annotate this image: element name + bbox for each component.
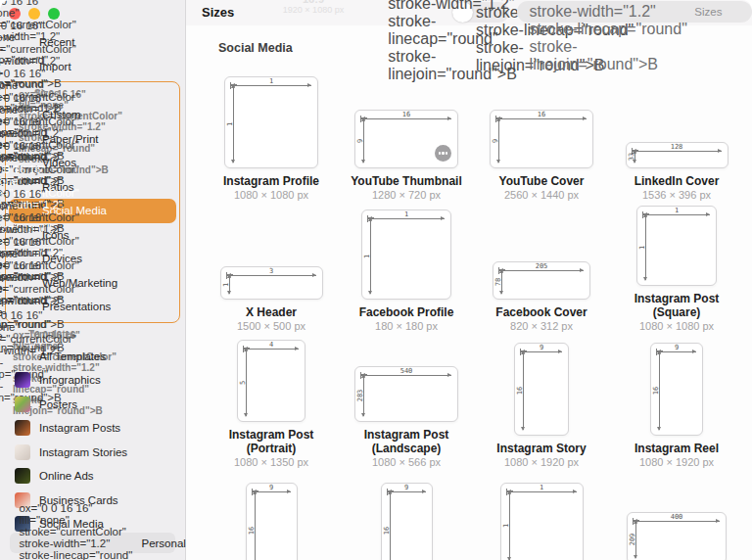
more-options-button[interactable] — [435, 145, 451, 162]
width-ratio-dimension: 1 — [507, 491, 577, 492]
template-thumbnail — [15, 397, 30, 412]
width-ratio-dimension: 4 — [244, 349, 299, 350]
size-card-title: YouTube Cover — [499, 174, 585, 188]
library-selector[interactable]: ox="0 0 16 16" fill="none" stroke="curre… — [10, 533, 175, 553]
size-card-youtube-thumbnail[interactable]: 169YouTube Thumbnail1280 × 720 px — [339, 67, 474, 202]
height-ratio-dimension: 5 — [246, 349, 247, 416]
main-content: 16:9 1920 × 1080 px Sizes ox="0 0 16 16"… — [186, 0, 752, 560]
size-card-title: Instagram Post(Square) — [634, 292, 720, 319]
ghost-size-label: 1920 × 1080 px — [255, 5, 372, 16]
size-preview-shape: 916 — [650, 343, 703, 436]
size-card-title: Instagram Profile — [223, 174, 319, 188]
size-card-instagram-profile[interactable]: 11Instagram Profile1080 × 1080 px — [204, 67, 339, 202]
template-thumbnail — [15, 372, 30, 388]
sidebar-item-instagram-posts[interactable]: Instagram Posts — [6, 416, 179, 441]
size-card-facebook-cover[interactable]: 20578Facebook Cover820 × 312 px — [474, 202, 609, 333]
width-ratio-dimension: 3 — [227, 275, 316, 276]
sizes-grid-row: 31X Header1500 × 500 px11Facebook Profil… — [204, 202, 752, 333]
width-ratio-dimension: 540 — [361, 375, 451, 376]
search-icon: ox="0 0 16 16" fill="none" stroke="curre… — [527, 0, 688, 73]
size-preview-shape: 11 — [224, 76, 318, 168]
size-card-dimensions: 1080 × 1080 px — [639, 320, 714, 333]
size-card-linkedin-cover[interactable]: 12833LinkedIn Cover1536 × 396 px — [609, 67, 744, 202]
sidebar-item-instagram-stories[interactable]: Instagram Stories — [6, 441, 179, 465]
size-card-partial[interactable]: 400209 — [609, 469, 744, 560]
width-ratio-dimension: 9 — [253, 491, 291, 492]
sidebar-item-label: Infographics — [39, 374, 101, 386]
size-card-dimensions: 2560 × 1440 px — [504, 189, 579, 202]
template-thumbnail — [15, 420, 30, 436]
size-card-title: YouTube Thumbnail — [351, 174, 462, 188]
size-card-x-header[interactable]: 31X Header1500 × 500 px — [204, 202, 339, 333]
sizes-grid: 11Instagram Profile1080 × 1080 px169YouT… — [204, 67, 752, 560]
toolbar: 16:9 1920 × 1080 px Sizes ox="0 0 16 16"… — [186, 0, 752, 25]
height-ratio-dimension: 16 — [659, 351, 660, 430]
height-ratio-dimension: 1 — [509, 491, 510, 560]
sizes-section: ox="0 0 16 16" fill="none" stroke="curre… — [5, 81, 180, 323]
height-ratio-dimension: 1 — [645, 214, 646, 280]
size-preview-shape: 916 — [246, 483, 298, 560]
height-ratio-dimension: 16 — [390, 491, 391, 560]
width-ratio-dimension: 205 — [499, 270, 584, 271]
size-card-instagram-post-square[interactable]: 11Instagram Post(Square)1080 × 1080 px — [609, 202, 744, 333]
sidebar-item-label: Posters — [39, 398, 77, 410]
size-preview-shape: 169 — [490, 110, 593, 168]
search-input[interactable] — [694, 6, 752, 18]
width-ratio-dimension: 9 — [657, 351, 696, 352]
size-preview-shape: 11 — [636, 206, 717, 286]
sidebar: ox="0 0 16 16" fill="none" stroke="curre… — [0, 0, 186, 560]
sizes-grid-row: 11Instagram Profile1080 × 1080 px169YouT… — [204, 67, 752, 202]
size-card-title: Facebook Profile — [359, 305, 454, 319]
height-ratio-dimension: 78 — [501, 270, 502, 294]
width-ratio-dimension: 16 — [361, 118, 451, 119]
sidebar-item-online-ads[interactable]: Online Ads — [6, 464, 179, 489]
size-card-dimensions: 1536 × 396 px — [642, 189, 711, 202]
scrolled-card-ghost: 16:9 1920 × 1080 px — [255, 0, 372, 16]
landscape-view-button[interactable]: ox="0 0 16 16" fill="none" stroke="curre… — [452, 2, 473, 23]
size-card-instagram-post-portrait[interactable]: 45Instagram Post(Portrait)1080 × 1350 px — [204, 333, 339, 469]
size-card-dimensions: 1500 × 500 px — [237, 320, 306, 333]
size-card-dimensions: 1080 × 1920 px — [639, 456, 714, 469]
size-card-partial[interactable]: 916 — [339, 469, 474, 560]
size-card-title: Instagram Story — [496, 442, 586, 455]
size-card-partial[interactable]: 11 — [474, 469, 609, 560]
size-card-title: Instagram Post(Portrait) — [229, 428, 314, 455]
size-card-dimensions: 1080 × 566 px — [372, 456, 441, 469]
size-card-instagram-reel[interactable]: 916Instagram Reel1080 × 1920 px — [609, 333, 744, 469]
grid-icon: ox="0 0 16 16" fill="none" stroke="curre… — [15, 349, 30, 364]
size-card-facebook-profile[interactable]: 11Facebook Profile180 × 180 px — [339, 202, 474, 333]
ghost-ratio-label: 16:9 — [255, 0, 372, 5]
template-thumbnail — [15, 444, 30, 460]
height-ratio-dimension: 1 — [370, 218, 371, 294]
height-ratio-dimension: 33 — [634, 151, 635, 163]
height-ratio-dimension: 9 — [498, 118, 499, 163]
sidebar-item-label: All Templates — [39, 350, 106, 362]
search-field[interactable]: ox="0 0 16 16" fill="none" stroke="curre… — [517, 1, 752, 23]
width-ratio-dimension: 128 — [633, 151, 722, 152]
size-preview-shape: 169 — [354, 110, 458, 168]
size-card-partial[interactable]: 916 — [204, 469, 339, 560]
size-card-instagram-story[interactable]: 916Instagram Story1080 × 1920 px — [474, 333, 609, 469]
size-card-dimensions: 1080 × 1350 px — [234, 456, 308, 469]
size-preview-shape: 540283 — [354, 366, 458, 422]
sizes-grid-row: 45Instagram Post(Portrait)1080 × 1350 px… — [204, 333, 752, 469]
app-window: ox="0 0 16 16" fill="none" stroke="curre… — [0, 0, 752, 560]
size-preview-shape: 45 — [237, 340, 306, 422]
size-preview-shape: 916 — [381, 483, 433, 560]
library-selector-label: Personal — [141, 537, 185, 549]
size-preview-shape: 916 — [514, 343, 569, 436]
size-preview-shape: 11 — [500, 483, 584, 560]
size-card-youtube-cover[interactable]: 169YouTube Cover2560 × 1440 px — [474, 67, 609, 202]
size-card-title: Instagram Post(Landscape) — [364, 428, 449, 455]
width-ratio-dimension: 1 — [231, 85, 311, 86]
size-card-title: Facebook Cover — [495, 305, 587, 319]
size-card-dimensions: 1080 × 1920 px — [504, 456, 579, 469]
size-card-dimensions: 180 × 180 px — [375, 320, 438, 333]
height-ratio-dimension: 9 — [363, 118, 364, 163]
size-card-instagram-post-landscape[interactable]: 540283Instagram Post(Landscape)1080 × 56… — [339, 333, 474, 469]
width-ratio-dimension: 1 — [643, 214, 710, 215]
view-toggle: ox="0 0 16 16" fill="none" stroke="curre… — [452, 2, 509, 23]
size-card-dimensions: 1080 × 1080 px — [234, 189, 308, 202]
size-card-title: X Header — [246, 305, 297, 319]
grid-icon: ox="0 0 16 16" fill="none" stroke="curre… — [17, 502, 135, 560]
